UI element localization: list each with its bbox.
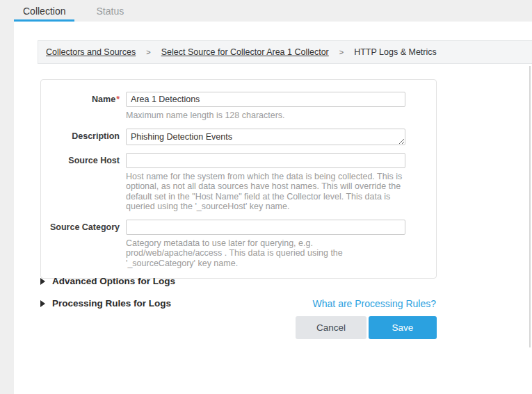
description-label: Description [41,129,126,145]
source-category-input[interactable] [126,220,405,235]
breadcrumb: Collectors and Sources > Select Source f… [38,40,532,64]
required-asterisk: * [116,95,120,104]
section-processing-rules[interactable]: Processing Rules for Logs [40,298,171,309]
section-advanced-options[interactable]: Advanced Options for Logs [40,276,175,286]
what-are-processing-rules-link[interactable]: What are Processing Rules? [313,298,436,309]
name-helper-text: Maximum name length is 128 characters. [126,110,405,121]
vertical-scrollbar[interactable] [529,66,531,347]
source-config-form-card: Name* Maximum name length is 128 charact… [40,79,437,279]
tab-status[interactable]: Status [87,0,133,22]
tab-collection[interactable]: Collection [14,0,74,22]
source-host-input[interactable] [126,153,405,168]
source-host-field-row: Source Host Host name for the system fro… [41,153,436,212]
processing-rules-label: Processing Rules for Logs [52,298,171,309]
breadcrumb-separator: > [146,48,150,56]
advanced-options-label: Advanced Options for Logs [52,276,175,286]
save-button[interactable]: Save [369,316,437,339]
breadcrumb-separator: > [339,48,344,56]
expand-arrow-icon [40,278,45,285]
name-label-text: Name [92,95,115,104]
name-label: Name* [41,92,126,121]
source-category-field-row: Source Category Category metadata to use… [41,220,436,269]
breadcrumb-link-select-source[interactable]: Select Source for Collector Area 1 Colle… [161,47,329,57]
name-field-row: Name* Maximum name length is 128 charact… [41,92,436,121]
source-host-helper-text: Host name for the system from which the … [126,172,405,212]
source-host-label: Source Host [41,153,126,212]
breadcrumb-current-page: HTTP Logs & Metrics [354,47,437,57]
description-textarea[interactable]: Phishing Detection Events [126,129,405,145]
tab-bar: Collection Status [14,0,133,22]
source-category-helper-text: Category metadata to use later for query… [126,238,405,269]
name-input[interactable] [126,92,405,107]
expand-arrow-icon [40,300,45,307]
action-button-row: Cancel Save [296,316,437,339]
breadcrumb-link-collectors[interactable]: Collectors and Sources [46,47,136,57]
cancel-button[interactable]: Cancel [296,316,366,339]
description-field-row: Description Phishing Detection Events [41,129,436,145]
source-category-label: Source Category [41,220,126,269]
